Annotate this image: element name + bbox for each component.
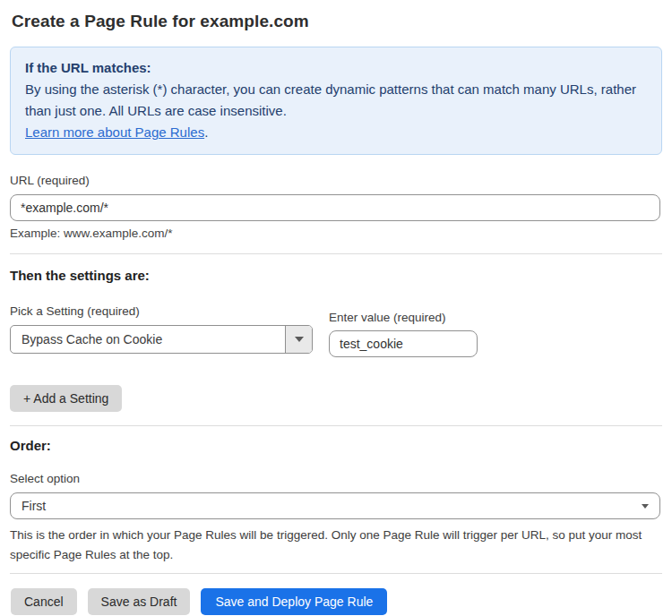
page-title: Create a Page Rule for example.com — [10, 12, 662, 31]
url-field-label: URL (required) — [10, 174, 662, 187]
order-section-heading: Order: — [10, 438, 662, 453]
order-select-value: First — [22, 499, 46, 513]
add-setting-button[interactable]: + Add a Setting — [10, 385, 122, 412]
value-field-label: Enter value (required) — [329, 311, 478, 324]
setting-select-arrow-button[interactable] — [285, 326, 312, 353]
setting-select-value: Bypass Cache on Cookie — [11, 332, 285, 346]
setting-select[interactable]: Bypass Cache on Cookie — [10, 325, 313, 354]
create-page-rule-form: Create a Page Rule for example.com If th… — [0, 12, 672, 615]
chevron-down-icon — [642, 504, 649, 509]
chevron-down-icon — [295, 337, 304, 342]
setting-value-input[interactable] — [329, 330, 478, 357]
divider — [10, 425, 662, 426]
divider — [10, 573, 662, 574]
order-select[interactable]: First — [10, 492, 660, 519]
url-matches-info-box: If the URL matches: By using the asteris… — [10, 47, 662, 155]
save-draft-button[interactable]: Save as Draft — [88, 588, 191, 615]
save-deploy-button[interactable]: Save and Deploy Page Rule — [201, 588, 387, 615]
setting-select-label: Pick a Setting (required) — [10, 304, 329, 318]
order-select-label: Select option — [10, 472, 662, 485]
order-description: This is the order in which your Page Rul… — [10, 526, 664, 565]
setting-value-column: Enter value (required) — [329, 311, 478, 357]
info-box-heading: If the URL matches: — [25, 57, 647, 79]
url-input[interactable] — [10, 194, 660, 221]
divider — [10, 253, 662, 254]
setting-picker-column: Pick a Setting (required) Bypass Cache o… — [10, 304, 329, 357]
settings-section-heading: Then the settings are: — [10, 268, 662, 283]
url-example-text: Example: www.example.com/* — [10, 227, 662, 240]
info-box-body: By using the asterisk (*) character, you… — [25, 79, 647, 143]
link-suffix: . — [204, 124, 208, 140]
cancel-button[interactable]: Cancel — [11, 588, 77, 615]
form-actions: Cancel Save as Draft Save and Deploy Pag… — [10, 588, 662, 615]
settings-row: Pick a Setting (required) Bypass Cache o… — [10, 304, 662, 357]
learn-more-link[interactable]: Learn more about Page Rules — [25, 124, 204, 140]
